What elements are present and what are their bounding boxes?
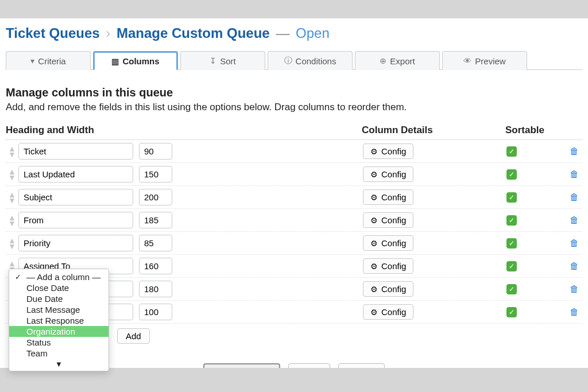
dropdown-item[interactable]: Close Date	[9, 282, 109, 293]
tab-preview[interactable]: 👁 Preview	[442, 51, 527, 70]
trash-icon[interactable]: 🗑	[570, 307, 579, 317]
tab-label: Export	[390, 56, 415, 66]
gear-icon: ⚙	[370, 308, 378, 317]
dropdown-placeholder[interactable]: ✓ — Add a column —	[9, 271, 109, 282]
gear-icon: ⚙	[370, 239, 378, 248]
drag-handle-icon[interactable]: ▲▼	[6, 238, 18, 249]
tab-label: Conditions	[296, 56, 336, 66]
tab-bar: ▾ Criteria ▥ Columns ↧ Sort ⓘ Conditions…	[6, 51, 582, 70]
add-column-dropdown[interactable]: ✓ — Add a column — Close DateDue DateLas…	[9, 269, 109, 371]
gear-icon: ⚙	[370, 193, 378, 202]
add-button[interactable]: Add	[117, 328, 150, 344]
tab-label: Criteria	[38, 56, 65, 66]
config-label: Config	[381, 284, 406, 294]
columns-icon: ▥	[111, 57, 119, 66]
column-width-input[interactable]	[139, 258, 172, 274]
sortable-checkbox[interactable]: ✓	[506, 261, 517, 271]
sortable-checkbox[interactable]: ✓	[506, 307, 517, 317]
gear-icon: ⚙	[370, 216, 378, 225]
column-width-input[interactable]	[139, 143, 172, 160]
config-button[interactable]: ⚙Config	[363, 189, 413, 205]
header-sortable: Sortable	[505, 125, 568, 136]
tab-columns[interactable]: ▥ Columns	[93, 51, 178, 70]
section-desc: Add, and remove the fields in this list …	[6, 102, 582, 113]
sortable-checkbox[interactable]: ✓	[506, 238, 517, 249]
config-button[interactable]: ⚙Config	[363, 166, 413, 182]
config-label: Config	[381, 238, 406, 248]
gear-icon: ⚙	[370, 285, 378, 294]
drag-handle-icon[interactable]: ▲▼	[6, 215, 18, 226]
gear-icon: ⚙	[370, 170, 378, 179]
column-heading-input[interactable]	[18, 189, 133, 205]
dropdown-item[interactable]: Last Message	[9, 304, 109, 315]
sortable-checkbox[interactable]: ✓	[506, 146, 517, 157]
config-label: Config	[381, 215, 406, 225]
tab-criteria[interactable]: ▾ Criteria	[6, 51, 91, 70]
sort-icon: ↧	[210, 56, 216, 65]
dropdown-item[interactable]: Organization	[9, 326, 109, 337]
column-heading-input[interactable]	[18, 166, 133, 183]
tab-label: Sort	[220, 56, 236, 66]
dropdown-item[interactable]: Status	[9, 337, 109, 348]
eye-icon: 👁	[463, 56, 471, 65]
breadcrumb-root[interactable]: Ticket Queues	[6, 25, 100, 41]
tab-label: Preview	[475, 56, 505, 66]
gear-icon: ⚙	[370, 147, 378, 156]
config-button[interactable]: ⚙Config	[363, 258, 413, 274]
trash-icon[interactable]: 🗑	[570, 215, 579, 225]
trash-icon[interactable]: 🗑	[570, 146, 579, 156]
column-width-input[interactable]	[139, 235, 172, 251]
config-button[interactable]: ⚙Config	[363, 304, 413, 320]
trash-icon[interactable]: 🗑	[570, 169, 579, 179]
section-title: Manage columns in this queue	[6, 86, 582, 99]
column-heading-input[interactable]	[18, 212, 133, 228]
column-row: ▲▼⚙Config✓🗑	[6, 186, 582, 209]
dropdown-item[interactable]: Due Date	[9, 293, 109, 304]
config-button[interactable]: ⚙Config	[363, 281, 413, 297]
config-label: Config	[381, 192, 406, 202]
breadcrumb-page: Manage Custom Queue	[117, 25, 270, 41]
config-button[interactable]: ⚙Config	[363, 235, 413, 251]
config-button[interactable]: ⚙Config	[363, 212, 413, 228]
tab-sort[interactable]: ↧ Sort	[180, 51, 265, 70]
trash-icon[interactable]: 🗑	[570, 261, 579, 271]
check-icon: ✓	[15, 273, 21, 281]
sortable-checkbox[interactable]: ✓	[506, 284, 517, 294]
column-heading-input[interactable]	[18, 143, 133, 160]
config-label: Config	[381, 261, 406, 271]
trash-icon[interactable]: 🗑	[570, 238, 579, 248]
column-row: ▲▼⚙Config✓🗑	[6, 209, 582, 232]
breadcrumb: Ticket Queues › Manage Custom Queue — Op…	[6, 18, 582, 51]
dropdown-item[interactable]: Team	[9, 348, 109, 359]
columns-header-row: Heading and Width Column Details Sortabl…	[6, 122, 582, 140]
window-top-strip	[0, 0, 588, 18]
dropdown-item[interactable]: Last Response	[9, 315, 109, 326]
drag-handle-icon[interactable]: ▲▼	[6, 169, 18, 180]
sortable-checkbox[interactable]: ✓	[506, 192, 517, 203]
column-heading-input[interactable]	[18, 235, 133, 251]
tab-export[interactable]: ⊕ Export	[355, 51, 440, 70]
column-width-input[interactable]	[139, 166, 172, 183]
drag-handle-icon[interactable]: ▲▼	[6, 192, 18, 203]
header-heading-width: Heading and Width	[6, 125, 362, 136]
column-row: ▲▼⚙Config✓🗑	[6, 140, 582, 163]
column-width-input[interactable]	[139, 189, 172, 205]
config-button[interactable]: ⚙Config	[363, 143, 413, 159]
export-icon: ⊕	[380, 56, 386, 65]
breadcrumb-state-sep: —	[273, 25, 292, 41]
column-row: ▲▼⚙Config✓🗑	[6, 163, 582, 186]
column-width-input[interactable]	[139, 281, 172, 297]
trash-icon[interactable]: 🗑	[570, 192, 579, 202]
filter-icon: ▾	[30, 56, 34, 65]
sortable-checkbox[interactable]: ✓	[506, 169, 517, 180]
column-width-input[interactable]	[139, 212, 172, 228]
info-icon: ⓘ	[284, 56, 292, 66]
chevron-right-icon: ›	[103, 25, 113, 41]
column-width-input[interactable]	[139, 304, 172, 320]
trash-icon[interactable]: 🗑	[570, 284, 579, 294]
tab-conditions[interactable]: ⓘ Conditions	[268, 51, 353, 70]
sortable-checkbox[interactable]: ✓	[506, 215, 517, 226]
gear-icon: ⚙	[370, 262, 378, 271]
chevron-down-icon[interactable]: ▼	[9, 359, 109, 370]
drag-handle-icon[interactable]: ▲▼	[6, 146, 18, 157]
